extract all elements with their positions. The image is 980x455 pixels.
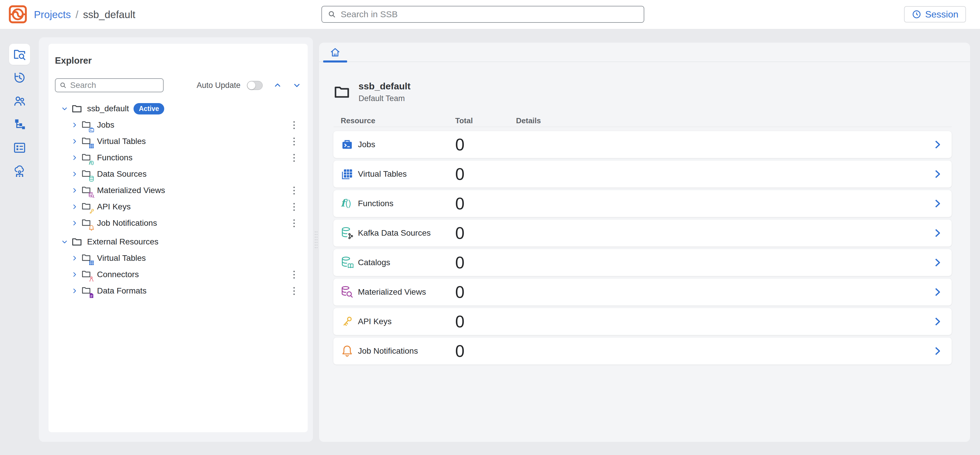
main-panel: ssb_default Default Team Resource Total … <box>319 43 970 442</box>
functions-icon: f () <box>340 197 358 210</box>
chevron-right-icon[interactable] <box>932 227 943 239</box>
resource-label: Materialized Views <box>358 287 455 297</box>
resource-row-kafka-data-sources[interactable]: Kafka Data Sources 0 <box>333 220 952 246</box>
chevron-down-icon[interactable] <box>60 238 69 246</box>
resource-label: Kafka Data Sources <box>358 228 455 238</box>
chevron-right-icon[interactable] <box>70 187 79 194</box>
auto-update-label: Auto Update <box>197 81 240 90</box>
drag-grip-icon <box>314 231 318 249</box>
rail-item-forms[interactable] <box>9 137 30 158</box>
expand-all-button[interactable] <box>293 81 301 90</box>
cloud-network-icon <box>13 165 26 178</box>
tree-item-materialized-views[interactable]: Materialized Views <box>55 182 301 198</box>
list-panel-icon <box>13 141 26 154</box>
page-title: ssb_default <box>358 81 410 92</box>
clock-icon <box>912 10 921 19</box>
rail-item-cloud-resources[interactable] <box>9 161 30 182</box>
tree-item-jobs[interactable]: Jobs <box>55 117 301 133</box>
explorer-search-input[interactable] <box>70 81 159 90</box>
chevron-right-icon[interactable] <box>70 254 79 262</box>
tree-item-label: ssb_default <box>87 104 129 113</box>
chevron-right-icon[interactable] <box>932 168 943 179</box>
folder-icon <box>71 103 83 114</box>
resource-row-virtual-tables[interactable]: Virtual Tables 0 <box>333 161 952 187</box>
tree-item-external-virtual-tables[interactable]: Virtual Tables <box>55 250 301 266</box>
resource-row-materialized-views[interactable]: Materialized Views 0 <box>333 279 952 306</box>
tree-item-data-sources[interactable]: Data Sources <box>55 166 301 182</box>
resource-row-catalogs[interactable]: Catalogs 0 <box>333 249 952 276</box>
folder-job-notifications-icon <box>81 217 92 229</box>
tree-item-virtual-tables[interactable]: Virtual Tables <box>55 133 301 149</box>
rail-item-teams[interactable] <box>9 90 30 111</box>
virtual-tables-icon <box>340 167 358 181</box>
resource-row-api-keys[interactable]: API Keys 0 <box>333 308 952 335</box>
panel-resize-handle[interactable] <box>313 37 319 442</box>
chevron-right-icon[interactable] <box>70 138 79 145</box>
tree-item-ssb-default[interactable]: ssb_default Active <box>55 100 301 117</box>
tree-item-label: External Resources <box>87 237 158 246</box>
active-status-badge: Active <box>134 103 164 114</box>
folder-connectors-icon <box>81 269 92 280</box>
folder-virtual-tables-icon <box>81 253 92 264</box>
svg-text:(): () <box>91 160 94 165</box>
resource-label: Jobs <box>358 140 455 149</box>
resource-row-job-notifications[interactable]: Job Notifications 0 <box>333 338 952 365</box>
global-search[interactable] <box>321 6 644 23</box>
tree-structure-icon <box>13 118 26 131</box>
collapse-all-button[interactable] <box>273 81 282 90</box>
catalogs-icon <box>340 256 358 269</box>
tree-item-data-formats[interactable]: Data Formats <box>55 283 301 299</box>
chevron-right-icon[interactable] <box>932 346 943 357</box>
kebab-menu-icon[interactable] <box>289 152 299 163</box>
kebab-menu-icon[interactable] <box>289 201 299 212</box>
global-search-input[interactable] <box>341 10 638 19</box>
materialized-views-icon <box>340 285 358 299</box>
chevron-right-icon[interactable] <box>932 257 943 268</box>
breadcrumb-projects-link[interactable]: Projects <box>34 9 71 21</box>
tree-item-job-notifications[interactable]: Job Notifications <box>55 215 301 231</box>
kebab-menu-icon[interactable] <box>289 269 299 281</box>
rail-item-history[interactable] <box>9 67 30 88</box>
jobs-icon <box>340 138 358 151</box>
chevron-right-icon[interactable] <box>932 287 943 298</box>
chevron-down-icon[interactable] <box>60 105 69 113</box>
resource-row-functions[interactable]: f () Functions 0 <box>333 190 952 217</box>
tree-item-label: Jobs <box>97 120 114 130</box>
tree-item-api-keys[interactable]: API Keys <box>55 198 301 215</box>
auto-update-toggle[interactable] <box>247 81 262 90</box>
folder-search-icon <box>13 48 26 61</box>
page-subtitle: Default Team <box>358 94 410 103</box>
chevron-right-icon[interactable] <box>70 170 79 178</box>
folder-materialized-views-icon <box>81 185 92 196</box>
chevron-right-icon[interactable] <box>932 316 943 327</box>
chevron-right-icon[interactable] <box>932 139 943 150</box>
kebab-menu-icon[interactable] <box>289 285 299 297</box>
chevron-right-icon[interactable] <box>70 203 79 211</box>
kebab-menu-icon[interactable] <box>289 185 299 196</box>
explorer-tree: ssb_default Active Jobs <box>55 100 301 299</box>
tree-item-connectors[interactable]: Connectors <box>55 266 301 283</box>
chevron-right-icon[interactable] <box>70 271 79 278</box>
chevron-right-icon[interactable] <box>70 219 79 227</box>
tree-item-functions[interactable]: f () Functions <box>55 149 301 166</box>
chevron-right-icon[interactable] <box>70 287 79 295</box>
main-content: ssb_default Default Team Resource Total … <box>319 62 970 442</box>
chevron-right-icon[interactable] <box>70 154 79 162</box>
tree-item-external-resources[interactable]: External Resources <box>55 234 301 250</box>
kebab-menu-icon[interactable] <box>289 217 299 229</box>
toggle-knob <box>248 81 255 89</box>
kebab-menu-icon[interactable] <box>289 119 299 131</box>
kebab-menu-icon[interactable] <box>289 135 299 147</box>
ssb-logo-icon[interactable] <box>8 5 27 24</box>
chevron-right-icon[interactable] <box>70 121 79 129</box>
session-button[interactable]: Session <box>904 6 966 22</box>
rail-item-explorer[interactable] <box>9 44 30 65</box>
rail-item-topology[interactable] <box>9 114 30 135</box>
explorer-search[interactable] <box>55 78 164 92</box>
resource-row-jobs[interactable]: Jobs 0 <box>333 131 952 158</box>
chevron-right-icon[interactable] <box>932 198 943 209</box>
folder-data-formats-icon <box>81 285 92 296</box>
resource-total: 0 <box>455 312 516 331</box>
folder-jobs-icon <box>81 119 92 130</box>
tab-home[interactable] <box>323 43 347 62</box>
